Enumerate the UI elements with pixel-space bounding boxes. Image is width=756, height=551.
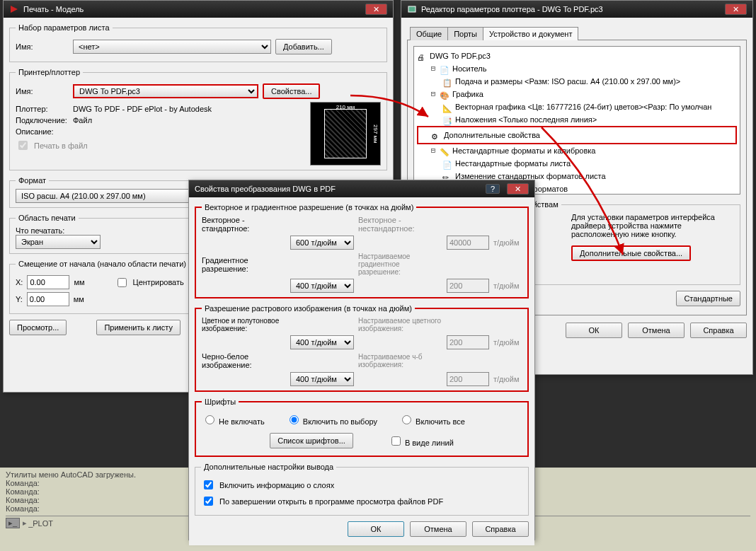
bw-custom-label: Настраиваемое ч-б изображения: — [358, 353, 442, 369]
vector-gradient-group: Векторное и градиентное разрешение (в то… — [195, 203, 529, 298]
no-include-radio[interactable] — [205, 415, 214, 424]
tree-media[interactable]: Носитель — [452, 62, 487, 75]
sheet-name-label: Имя: — [16, 42, 69, 51]
no-include-radio-label[interactable]: Не включать — [202, 413, 265, 426]
tab-general[interactable]: Общие — [410, 27, 448, 40]
printer-name-select[interactable]: DWG To PDF.pc3 — [73, 84, 258, 98]
device-tree[interactable]: 🖨DWG To PDF.pc3 ⊟📄Носитель 📋Подача и раз… — [413, 46, 740, 195]
expander-icon[interactable]: ⊟ — [430, 62, 437, 75]
what-print-select[interactable]: Экран — [16, 235, 101, 249]
description-label: Описание: — [16, 127, 69, 136]
color-custom-unit: т/дюйм — [493, 338, 522, 347]
x-label: X: — [16, 278, 23, 286]
close-icon[interactable]: ✕ — [725, 4, 747, 15]
print-titlebar: Печать - Модель ✕ — [4, 1, 393, 18]
console-prompt: _PLOT — [28, 519, 53, 528]
plotter-editor-titlebar: Редактор параметров плоттера - DWG To PD… — [401, 1, 752, 18]
tree-custom-formats[interactable]: Нестандартные форматы и калибровка — [452, 144, 596, 157]
gradient-custom-label: Настраиваемое градиентное разрешение: — [358, 253, 442, 276]
bw-custom-input — [447, 372, 489, 386]
custom-props-button[interactable]: Дополнительные свойства... — [571, 245, 691, 261]
apply-to-sheet-button[interactable]: Применить к листу — [96, 320, 181, 335]
open-after-checkbox[interactable] — [204, 497, 213, 506]
gradient-custom-input — [447, 279, 489, 293]
include-selected-radio[interactable] — [290, 415, 299, 424]
sheet-name-select[interactable]: <нет> — [73, 40, 271, 54]
y-input[interactable] — [27, 292, 69, 306]
y-unit: мм — [74, 295, 84, 303]
close-icon[interactable]: ✕ — [365, 4, 387, 15]
offset-legend: Смещение от начала (начало области печат… — [16, 260, 189, 268]
vector-default-select[interactable]: 600 т/дюйм — [290, 236, 354, 250]
font-list-button[interactable]: Список шрифтов... — [270, 433, 353, 448]
center-label: Центрировать — [133, 278, 184, 286]
tree-media-feed[interactable]: Подача и размеры <Разм: ISO расш. A4 (21… — [455, 75, 680, 88]
print-to-file-checkbox — [18, 141, 28, 150]
bw-custom-unit: т/дюйм — [493, 375, 522, 383]
expander-icon[interactable]: ⊟ — [430, 88, 437, 100]
tree-custom-props[interactable]: Дополнительные свойства — [444, 129, 540, 141]
preview-height-label: 297 мм — [372, 124, 379, 144]
color-label: Цветное и полутоновое изображение: — [202, 317, 286, 332]
help-button[interactable]: Справка — [472, 521, 529, 537]
tab-ports[interactable]: Порты — [447, 27, 483, 40]
gradient-custom-unit: т/дюйм — [493, 282, 522, 290]
cancel-button[interactable]: Отмена — [410, 521, 466, 537]
formats-icon: 📏 — [440, 146, 449, 156]
console-icon[interactable]: ▸_ — [6, 518, 20, 528]
tree-vector-graphics[interactable]: Векторная графика <Цв: 16777216 (24-бит)… — [455, 100, 711, 113]
x-input[interactable] — [27, 275, 69, 289]
props-text2: драйвера устройства нажмите — [571, 221, 734, 230]
props-text1: Для установки параметров интерфейса — [571, 213, 734, 221]
cancel-button[interactable]: Отмена — [628, 323, 685, 338]
bw-select[interactable]: 400 т/дюйм — [290, 372, 354, 386]
fonts-group: Шрифты Не включать Включить по выбору Вк… — [195, 398, 529, 457]
add-button[interactable]: Добавить... — [275, 39, 332, 54]
printer-plotter-group: Принтер/плоттер Имя: DWG To PDF.pc3 Свой… — [9, 68, 387, 170]
plotter-label: Плоттер: — [16, 105, 69, 113]
plotter-value: DWG To PDF - PDF ePlot - by Autodesk — [73, 105, 212, 113]
plotter-editor-title: Редактор параметров плоттера - DWG To PD… — [421, 5, 603, 13]
pdf-props-title: Свойства преобразования DWG в PDF — [195, 185, 336, 193]
color-custom-label: Настраиваемое цветного изображения: — [358, 317, 442, 332]
color-select[interactable]: 400 т/дюйм — [290, 335, 354, 349]
close-icon[interactable]: ✕ — [507, 183, 529, 195]
include-layer-label: Включить информацию о слоях — [219, 481, 334, 489]
help-icon[interactable]: ? — [486, 184, 500, 194]
tree-root[interactable]: DWG To PDF.pc3 — [430, 50, 491, 62]
include-layer-checkbox[interactable] — [204, 480, 213, 489]
as-lines-label[interactable]: В виде линий — [389, 434, 454, 448]
printer-name-label: Имя: — [16, 87, 69, 95]
gradient-select[interactable]: 400 т/дюйм — [290, 279, 354, 293]
help-button[interactable]: Справка — [690, 323, 747, 338]
plotter-icon — [407, 4, 417, 14]
tree-custom-sheet[interactable]: Нестандартные форматы листа — [455, 157, 571, 170]
include-selected-radio-label[interactable]: Включить по выбору — [286, 413, 377, 426]
raster-res-legend: Разрешение растрового изображения (в точ… — [202, 304, 415, 313]
expander-icon[interactable]: ⊟ — [430, 144, 437, 157]
vector-default-label: Векторное - стандартное: — [202, 216, 286, 233]
gradient-label: Градиентное разрешение: — [202, 256, 286, 273]
include-all-radio-label[interactable]: Включить все — [399, 413, 465, 426]
include-all-radio[interactable] — [402, 415, 411, 424]
graphics-icon: 🎨 — [440, 89, 449, 99]
y-label: Y: — [16, 295, 23, 303]
media-icon: 📄 — [440, 64, 449, 74]
svg-rect-0 — [408, 6, 416, 12]
properties-button[interactable]: Свойства... — [263, 83, 320, 99]
ok-button[interactable]: ОК — [566, 323, 622, 338]
sheet-icon: 📄 — [442, 158, 452, 168]
center-checkbox[interactable] — [118, 278, 127, 287]
defaults-button[interactable]: Стандартные — [676, 291, 740, 306]
preview-button[interactable]: Просмотр... — [9, 320, 67, 335]
vector-custom-unit: т/дюйм — [493, 238, 522, 247]
tree-overlay[interactable]: Наложения <Только последняя линия> — [455, 113, 597, 126]
ok-button[interactable]: ОК — [348, 521, 404, 537]
as-lines-checkbox[interactable] — [391, 436, 401, 446]
tab-device[interactable]: Устройство и документ — [483, 27, 578, 40]
tree-graphics[interactable]: Графика — [452, 88, 483, 100]
print-area-legend: Область печати — [16, 214, 79, 222]
connection-value: Файл — [73, 116, 92, 124]
props-icon: ⚙ — [431, 130, 441, 140]
printer-icon: 🖨 — [417, 51, 427, 61]
